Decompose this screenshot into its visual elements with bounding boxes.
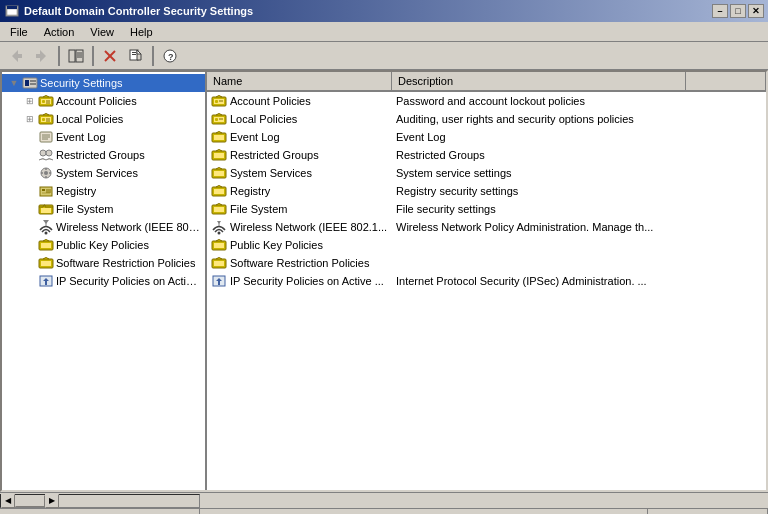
wireless-icon	[38, 219, 54, 235]
list-item[interactable]: Restricted Groups Restricted Groups	[207, 146, 766, 164]
tree-label-file-system: File System	[56, 203, 113, 215]
tree-label-wireless: Wireless Network (IEEE 802.11) P	[56, 221, 201, 233]
hscroll-area: ◀ ▶	[0, 492, 768, 508]
list-icon-local-policies	[211, 111, 227, 127]
forward-button[interactable]	[30, 45, 54, 67]
svg-rect-58	[41, 261, 51, 266]
status-pane-2	[200, 509, 648, 514]
menu-action[interactable]: Action	[38, 24, 81, 40]
list-header: Name Description	[207, 72, 766, 92]
app-icon	[4, 3, 20, 19]
svg-rect-77	[214, 207, 224, 212]
system-services-icon	[38, 165, 54, 181]
tree-item-event-log[interactable]: Event Log	[2, 128, 205, 146]
minimize-button[interactable]: –	[712, 4, 728, 18]
expand-security-settings[interactable]: ▼	[6, 75, 22, 91]
svg-rect-73	[214, 171, 224, 176]
svg-rect-56	[41, 243, 51, 248]
menu-help[interactable]: Help	[124, 24, 159, 40]
expand-restricted-groups[interactable]	[22, 147, 38, 163]
list-item[interactable]: Account Policies Password and account lo…	[207, 92, 766, 110]
expand-wireless[interactable]	[22, 219, 38, 235]
svg-rect-71	[214, 153, 224, 158]
svg-rect-14	[132, 54, 136, 55]
export-button[interactable]	[124, 45, 148, 67]
hscroll-track[interactable]: ◀ ▶	[0, 494, 200, 508]
svg-rect-82	[214, 243, 224, 248]
list-icon-registry	[211, 183, 227, 199]
svg-rect-20	[25, 80, 29, 86]
hscroll-thumb[interactable]	[15, 495, 45, 507]
ip-security-icon	[38, 273, 54, 289]
svg-rect-6	[76, 50, 83, 62]
svg-rect-2	[7, 6, 17, 9]
show-hide-button[interactable]	[64, 45, 88, 67]
close-button[interactable]: ✕	[748, 4, 764, 18]
tree-item-ip-security[interactable]: IP Security Policies on Active Direc	[2, 272, 205, 290]
hscroll-right-button[interactable]: ▶	[45, 494, 59, 508]
hscroll-left-button[interactable]: ◀	[1, 494, 15, 508]
expand-file-system[interactable]	[22, 201, 38, 217]
tree-item-local-policies[interactable]: ⊞ Local Policies	[2, 110, 205, 128]
tree-item-software-restriction[interactable]: Software Restriction Policies	[2, 254, 205, 272]
software-restriction-icon	[38, 255, 54, 271]
menu-view[interactable]: View	[84, 24, 120, 40]
expand-account-policies[interactable]: ⊞	[22, 93, 38, 109]
svg-point-37	[40, 150, 46, 156]
menu-bar: File Action View Help	[0, 22, 768, 42]
svg-point-78	[218, 232, 221, 235]
tree-item-file-system[interactable]: File System	[2, 200, 205, 218]
list-item[interactable]: System Services System service settings	[207, 164, 766, 182]
tree-label-restricted-groups: Restricted Groups	[56, 149, 145, 161]
tree-item-wireless[interactable]: Wireless Network (IEEE 802.11) P	[2, 218, 205, 236]
tree-label-event-log: Event Log	[56, 131, 106, 143]
col-header-extra[interactable]	[686, 72, 766, 90]
list-item[interactable]: Wireless Network (IEEE 802.1... Wireless…	[207, 218, 766, 236]
expand-software-restriction[interactable]	[22, 255, 38, 271]
svg-rect-46	[42, 189, 45, 191]
svg-point-38	[46, 150, 52, 156]
expand-local-policies[interactable]: ⊞	[22, 111, 38, 127]
tree-item-account-policies[interactable]: ⊞ Account Policies	[2, 92, 205, 110]
list-item[interactable]: File System File security settings	[207, 200, 766, 218]
tree-item-system-services[interactable]: System Services	[2, 164, 205, 182]
delete-button[interactable]	[98, 45, 122, 67]
tree-label-software-restriction: Software Restriction Policies	[56, 257, 195, 269]
help-button[interactable]: ?	[158, 45, 182, 67]
expand-public-key[interactable]	[22, 237, 38, 253]
tree-item-public-key[interactable]: Public Key Policies	[2, 236, 205, 254]
list-icon-wireless	[211, 219, 227, 235]
svg-marker-16	[137, 50, 141, 54]
tree-item-registry[interactable]: Registry	[2, 182, 205, 200]
list-icon-file-system	[211, 201, 227, 217]
restricted-groups-icon	[38, 147, 54, 163]
expand-ip-security[interactable]	[22, 273, 38, 289]
window-title: Default Domain Controller Security Setti…	[24, 5, 253, 17]
expand-registry[interactable]	[22, 183, 38, 199]
title-bar: Default Domain Controller Security Setti…	[0, 0, 768, 22]
col-header-name[interactable]: Name	[207, 72, 392, 90]
col-header-description[interactable]: Description	[392, 72, 686, 90]
tree-item-security-settings[interactable]: ▼ Security Settings	[2, 74, 205, 92]
tree-label-local-policies: Local Policies	[56, 113, 123, 125]
tree-label-security-settings: Security Settings	[40, 77, 123, 89]
back-button[interactable]	[4, 45, 28, 67]
toolbar: ?	[0, 42, 768, 70]
list-item[interactable]: Public Key Policies	[207, 236, 766, 254]
list-item[interactable]: Local Policies Auditing, user rights and…	[207, 110, 766, 128]
list-item[interactable]: Event Log Event Log	[207, 128, 766, 146]
list-icon-system-services	[211, 165, 227, 181]
tree-item-restricted-groups[interactable]: Restricted Groups	[2, 146, 205, 164]
expand-system-services[interactable]	[22, 165, 38, 181]
tree-pane: ▼ Security Settings ⊞	[2, 72, 207, 490]
tree-label-system-services: System Services	[56, 167, 138, 179]
list-item[interactable]: Registry Registry security settings	[207, 182, 766, 200]
maximize-button[interactable]: □	[730, 4, 746, 18]
list-item[interactable]: Software Restriction Policies	[207, 254, 766, 272]
svg-rect-75	[214, 189, 224, 194]
list-item[interactable]: IP Security Policies on Active ... Inter…	[207, 272, 766, 290]
menu-file[interactable]: File	[4, 24, 34, 40]
expand-event-log[interactable]	[22, 129, 38, 145]
svg-rect-84	[214, 261, 224, 266]
toolbar-sep-1	[58, 46, 60, 66]
